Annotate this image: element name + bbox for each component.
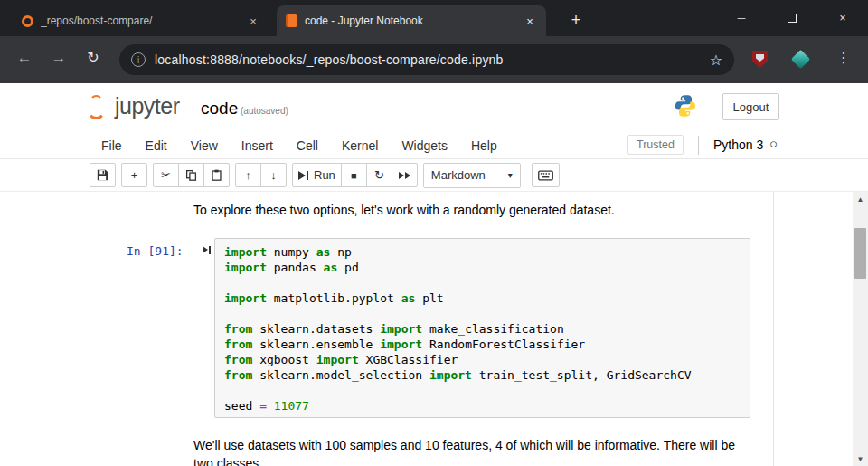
arrow-down-icon: ↓: [270, 168, 277, 182]
menu-widgets[interactable]: Widgets: [390, 132, 459, 159]
cell-type-dropdown[interactable]: Markdown ▾: [423, 163, 521, 188]
menu-cell[interactable]: Cell: [285, 132, 330, 159]
restart-kernel-button[interactable]: ↻: [366, 163, 392, 187]
tab-title: code - Jupyter Notebook: [305, 14, 515, 27]
close-tab-icon[interactable]: ×: [523, 14, 537, 28]
save-button[interactable]: [90, 163, 116, 187]
python-logo-icon: [673, 93, 698, 122]
url-text: localhost:8888/notebooks/_repos/boost-co…: [155, 52, 710, 67]
browser-menu-icon[interactable]: ⋮: [832, 49, 855, 66]
scrollbar-thumb[interactable]: [854, 228, 866, 279]
cell-input-prompt: In [91]:: [127, 244, 199, 258]
keyboard-icon: [538, 170, 553, 181]
kernel-separator: [698, 136, 699, 155]
paste-icon: [211, 169, 222, 181]
forward-button[interactable]: →: [47, 49, 71, 67]
save-icon: [97, 169, 108, 181]
close-icon: ×: [839, 12, 845, 24]
stop-icon: ■: [351, 170, 357, 181]
scroll-down-icon[interactable]: ▼: [853, 452, 868, 466]
jupyter-logo[interactable]: jupyter: [85, 95, 180, 119]
address-bar[interactable]: i localhost:8888/notebooks/_repos/boost-…: [119, 44, 734, 75]
trusted-badge[interactable]: Trusted: [627, 135, 684, 155]
markdown-line: two classes: [193, 454, 735, 466]
jupyter-logo-icon: [85, 95, 108, 119]
notebook-favicon: [286, 14, 297, 27]
jupyter-header: jupyter code (autosaved) Logout: [0, 83, 868, 132]
browser-navbar: ← → ↻ i localhost:8888/notebooks/_repos/…: [0, 36, 868, 83]
kernel-idle-icon: ○: [769, 136, 778, 151]
run-icon: [298, 171, 306, 180]
menu-view[interactable]: View: [179, 132, 230, 159]
markdown-line: We'll use datasets with 100 samples and …: [193, 436, 735, 454]
minimize-button[interactable]: ─: [716, 0, 767, 36]
markdown-cell-datasets[interactable]: We'll use datasets with 100 samples and …: [193, 436, 735, 466]
notebook-menubar: File Edit View Insert Cell Kernel Widget…: [0, 132, 868, 159]
command-palette-button[interactable]: [532, 163, 560, 187]
jupyter-favicon: [22, 15, 33, 27]
browser-titlebar: _repos/boost-compare/ × code - Jupyter N…: [0, 0, 868, 36]
add-cell-button[interactable]: +: [121, 163, 147, 187]
close-button[interactable]: ×: [817, 0, 868, 36]
notebook-toolbar: + ✂ ↑ ↓ Run ■ ↻ Markdown: [0, 159, 868, 191]
diamond-extension-icon[interactable]: [791, 50, 810, 69]
run-label: Run: [314, 168, 335, 182]
browser-tab-notebook[interactable]: code - Jupyter Notebook ×: [277, 5, 546, 36]
maximize-icon: [788, 14, 797, 23]
paste-cell-button[interactable]: [203, 163, 230, 187]
run-cell-icon[interactable]: [203, 244, 211, 255]
restart-run-all-button[interactable]: [392, 163, 418, 187]
scissors-icon: ✂: [161, 168, 171, 182]
minimize-icon: ─: [738, 12, 746, 24]
move-cell-up-button[interactable]: ↑: [235, 163, 261, 187]
tab-title: _repos/boost-compare/: [41, 14, 239, 27]
back-button[interactable]: ←: [13, 49, 36, 67]
interrupt-kernel-button[interactable]: ■: [341, 163, 367, 187]
cut-cell-button[interactable]: ✂: [153, 163, 179, 187]
notebook-title[interactable]: code: [201, 99, 238, 119]
browser-window: _repos/boost-compare/ × code - Jupyter N…: [0, 0, 868, 466]
arrow-up-icon: ↑: [245, 168, 251, 182]
browser-tab-directory[interactable]: _repos/boost-compare/ ×: [13, 5, 269, 36]
run-cell-button[interactable]: Run: [292, 163, 342, 187]
new-tab-button[interactable]: +: [564, 8, 588, 32]
markdown-cell-intro[interactable]: To explore these two options, let's work…: [193, 203, 615, 217]
code-editor[interactable]: import numpy as npimport pandas as pd im…: [214, 238, 750, 418]
copy-icon: [185, 169, 197, 181]
menu-file[interactable]: File: [90, 132, 134, 159]
kernel-name: Python 3: [713, 138, 763, 152]
close-tab-icon[interactable]: ×: [246, 14, 260, 28]
checkpoint-status: (autosaved): [241, 106, 288, 116]
menu-help[interactable]: Help: [459, 132, 509, 159]
move-cell-down-button[interactable]: ↓: [260, 163, 287, 187]
menu-insert[interactable]: Insert: [230, 132, 285, 159]
fast-forward-icon: [399, 172, 404, 179]
maximize-button[interactable]: [767, 0, 817, 36]
restart-icon: ↻: [374, 168, 384, 182]
ublock-extension-icon[interactable]: [752, 51, 768, 68]
menu-kernel[interactable]: Kernel: [330, 132, 390, 159]
logout-button[interactable]: Logout: [722, 93, 779, 120]
window-controls: ─ ×: [716, 0, 868, 36]
page-scrollbar[interactable]: ▲ ▼: [853, 192, 868, 466]
reload-button[interactable]: ↻: [81, 49, 105, 66]
notebook-site: To explore these two options, let's work…: [0, 191, 868, 466]
copy-cell-button[interactable]: [178, 163, 204, 187]
bookmark-star-icon[interactable]: ☆: [710, 52, 722, 69]
cell-type-value: Markdown: [431, 168, 486, 182]
chevron-down-icon: ▾: [508, 170, 513, 180]
site-info-icon[interactable]: i: [131, 52, 146, 67]
scroll-up-icon[interactable]: ▲: [853, 192, 868, 206]
menu-edit[interactable]: Edit: [134, 132, 179, 159]
plus-icon: +: [131, 168, 138, 182]
jupyter-logo-text: jupyter: [115, 95, 180, 119]
